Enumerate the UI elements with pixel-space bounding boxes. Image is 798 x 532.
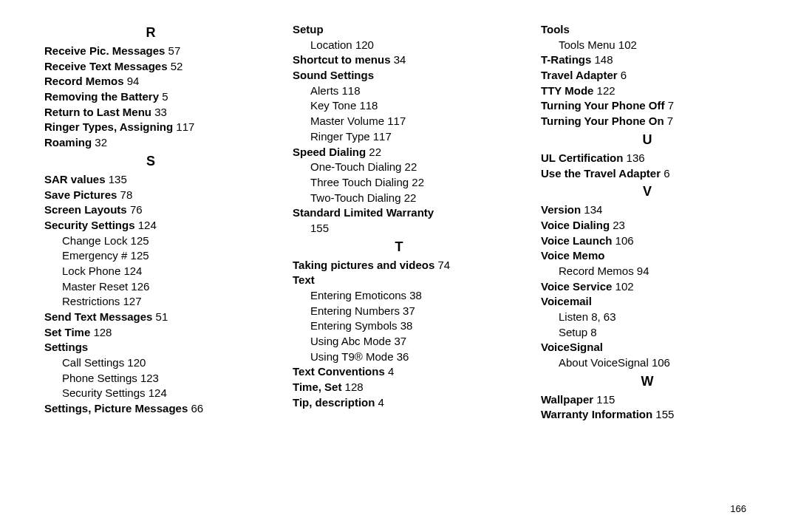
entry-topic: Roaming [44,136,92,149]
index-subentry: 155 [310,221,505,236]
index-entry: Wallpaper 115 [541,392,754,408]
index-subentry: Restrictions 127 [62,294,257,310]
entry-topic: UL Certification [541,151,623,164]
entry-topic: Receive Pic. Messages [44,44,165,57]
entry-topic: Standard Limited Warranty [293,206,434,219]
index-subentry: Key Tone 118 [310,98,505,114]
entry-topic: Travel Adapter [541,69,618,81]
entry-topic: Warranty Information [541,408,652,420]
entry-page: 76 [127,203,143,216]
entry-page: 148 [591,53,613,66]
index-subentry: Entering Emoticons 38 [310,288,505,304]
index-subentry: Change Lock 125 [62,233,257,249]
entry-page: 78 [117,188,132,201]
entry-topic: TTY Mode [541,84,593,97]
entry-topic: Return to Last Menu [44,106,151,118]
index-entry: Screen Layouts 76 [44,202,257,218]
entry-topic: Settings [44,341,88,353]
index-entry: Tools [541,22,754,38]
index-entry: UL Certification 136 [541,151,754,166]
section-letter: V [541,184,754,200]
index-entry: Turning Your Phone Off 7 [541,98,754,114]
entry-page: 128 [90,326,112,338]
column-2: SetupLocation 120Shortcut to menus 34Sou… [293,22,505,423]
entry-topic: Screen Layouts [44,203,127,216]
entry-page: 155 [652,408,674,420]
index-subentry: Location 120 [310,38,505,53]
index-entry: Voice Memo [541,248,754,264]
index-subentry: Tools Menu 102 [559,38,754,53]
index-entry: Voice Service 102 [541,279,754,295]
section-letter: U [541,132,754,148]
entry-topic: Voice Memo [541,249,604,262]
column-1: RReceive Pic. Messages 57Receive Text Me… [44,22,257,423]
index-entry: Turning Your Phone On 7 [541,114,754,129]
entry-topic: Setup [293,23,324,35]
column-3: ToolsTools Menu 102T-Ratings 148Travel A… [541,22,754,423]
index-subentry: Master Volume 117 [310,114,505,129]
entry-topic: Use the Travel Adapter [541,167,661,180]
entry-topic: Version [541,203,581,216]
index-subentry: Three Touch Dialing 22 [310,175,505,191]
entry-topic: Voicemail [541,295,592,307]
index-subentry: One-Touch Dialing 22 [310,160,505,175]
entry-topic: Voice Launch [541,234,612,247]
entry-page: 32 [92,136,107,149]
entry-topic: Save Pictures [44,188,117,201]
entry-topic: VoiceSignal [541,341,603,353]
entry-page: 57 [165,44,180,57]
index-entry: Version 134 [541,202,754,218]
index-entry: Travel Adapter 6 [541,68,754,83]
entry-page: 117 [173,120,194,133]
index-entry: T-Ratings 148 [541,52,754,68]
section-letter: T [293,239,505,255]
entry-page: 124 [135,219,157,231]
entry-topic: Voice Service [541,280,612,293]
index-subentry: Listen 8, 63 [559,310,754,325]
entry-page: 23 [610,219,625,231]
index-columns: RReceive Pic. Messages 57Receive Text Me… [44,22,754,423]
entry-topic: Sound Settings [293,69,374,81]
index-entry: Settings [44,340,257,355]
index-entry: Security Settings 124 [44,218,257,233]
section-letter: R [44,25,257,41]
index-entry: Voice Dialing 23 [541,218,754,233]
index-subentry: Lock Phone 124 [62,264,257,279]
index-entry: Set Time 128 [44,325,257,341]
entry-page: 74 [434,259,450,271]
entry-page: 66 [188,402,203,415]
index-subentry: About VoiceSignal 106 [559,355,754,371]
index-entry: Sound Settings [293,68,505,83]
index-entry: VoiceSignal [541,340,754,355]
entry-topic: Wallpaper [541,393,593,406]
page-number: 166 [730,503,746,514]
entry-topic: Receive Text Messages [44,60,168,72]
index-entry: Ringer Types, Assigning 117 [44,120,257,135]
index-entry: TTY Mode 122 [541,83,754,99]
entry-page: 6 [661,167,670,180]
entry-topic: Removing the Battery [44,90,159,103]
entry-page: 122 [593,84,615,97]
index-entry: Roaming 32 [44,135,257,151]
entry-topic: Time, Set [293,381,341,393]
entry-topic: Voice Dialing [541,219,610,231]
index-entry: Standard Limited Warranty [293,205,505,221]
section-letter: S [44,154,257,169]
entry-topic: Taking pictures and videos [293,259,434,271]
index-entry: Voice Launch 106 [541,233,754,249]
entry-page: 7 [664,115,674,127]
entry-page: 135 [106,173,127,185]
index-subentry: Security Settings 124 [62,386,257,401]
index-entry: Setup [293,22,505,38]
entry-topic: Set Time [44,326,90,338]
entry-page: 5 [159,90,168,103]
entry-page: 102 [612,280,633,293]
entry-topic: Turning Your Phone Off [541,99,664,112]
index-subentry: Entering Symbols 38 [310,318,505,334]
entry-topic: Record Memos [44,75,124,87]
entry-topic: SAR values [44,173,106,185]
entry-topic: Ringer Types, Assigning [44,120,173,133]
index-entry: Removing the Battery 5 [44,89,257,105]
index-entry: Record Memos 94 [44,74,257,89]
entry-page: 115 [593,393,615,406]
